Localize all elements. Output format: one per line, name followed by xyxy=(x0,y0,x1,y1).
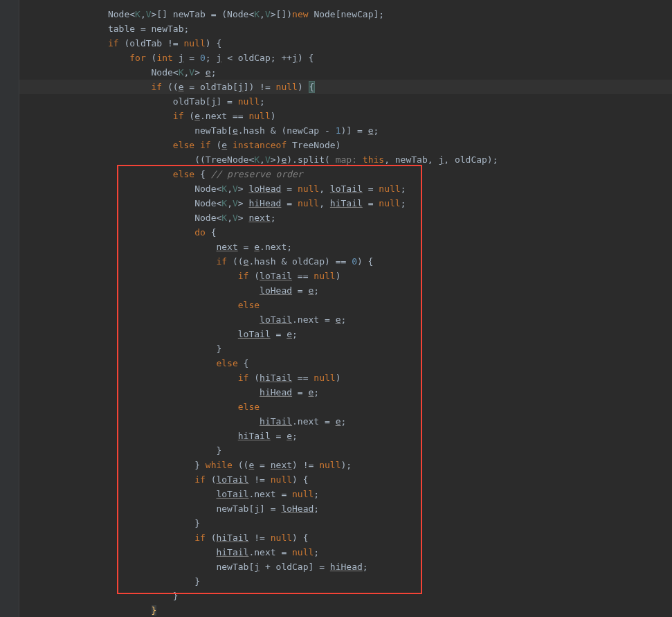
code-line[interactable]: else xyxy=(19,298,672,312)
code-token: ; xyxy=(292,329,298,339)
code-token: j xyxy=(254,503,260,514)
code-line[interactable]: } xyxy=(19,443,672,458)
code-line[interactable]: if (e.next == null) xyxy=(19,109,672,123)
code-line[interactable]: Node<K,V> hiHead = null, hiTail = null; xyxy=(19,196,672,211)
code-token: Node xyxy=(194,198,216,208)
code-line[interactable]: if ((e = oldTab[j]) != null) { xyxy=(19,80,672,94)
code-line[interactable]: if (hiTail == null) xyxy=(19,370,672,385)
code-line[interactable]: newTab[e.hash & (newCap - 1)] = e; xyxy=(19,123,672,138)
code-line[interactable]: if (hiTail != null) { xyxy=(19,530,672,545)
code-token: > xyxy=(238,184,249,194)
code-token: Node xyxy=(108,9,129,19)
code-token: e xyxy=(287,329,292,339)
code-line[interactable]: else if (e instanceof TreeNode) xyxy=(19,138,672,152)
code-line[interactable]: hiTail.next = null; xyxy=(19,545,672,560)
code-line[interactable]: Node<K,V> loHead = null, loTail = null; xyxy=(19,181,672,196)
code-line[interactable]: else { // preserve order xyxy=(19,167,672,181)
code-token: null xyxy=(379,184,400,194)
code-line[interactable]: do { xyxy=(19,225,672,240)
code-token: e xyxy=(233,125,238,136)
code-token: == xyxy=(292,271,314,281)
code-line[interactable]: } xyxy=(19,603,672,617)
code-token: loTail xyxy=(330,184,363,194)
code-token: if xyxy=(108,38,124,48)
code-token: new xyxy=(292,9,314,19)
code-token: hiTail xyxy=(238,431,271,441)
code-token: map: xyxy=(330,154,363,165)
code-line[interactable]: hiTail = e; xyxy=(19,429,672,443)
code-line[interactable]: if (oldTab != null) { xyxy=(19,36,672,51)
code-line[interactable]: next = e.next; xyxy=(19,240,672,254)
code-token: ; xyxy=(341,314,347,325)
code-token: if xyxy=(194,474,210,485)
code-token: next xyxy=(216,242,237,252)
code-token: = xyxy=(238,242,254,252)
code-line[interactable]: else { xyxy=(19,356,672,370)
code-line[interactable]: loTail.next = null; xyxy=(19,487,672,501)
code-token: ; xyxy=(373,125,379,136)
code-token: > xyxy=(238,198,249,208)
code-token: > xyxy=(238,213,249,223)
code-token: ( xyxy=(189,111,194,121)
code-token: if xyxy=(173,111,189,121)
code-line[interactable]: Node<K,V> next; xyxy=(19,211,672,225)
code-token: hiHead xyxy=(248,198,281,208)
code-line[interactable]: newTab[j] = loHead; xyxy=(19,501,672,516)
code-token: j xyxy=(292,53,298,63)
code-token: } xyxy=(173,591,179,601)
code-line[interactable]: } xyxy=(19,516,672,530)
code-line[interactable]: loTail = e; xyxy=(19,327,672,341)
code-token: hiTail xyxy=(260,416,292,427)
code-token: + oldCap] = xyxy=(260,562,330,572)
code-line[interactable]: ((TreeNode<K,V>)e).split( map: this, new… xyxy=(19,152,672,167)
code-token: ; xyxy=(314,285,319,296)
code-token: V xyxy=(189,67,194,78)
code-line[interactable]: hiTail.next = e; xyxy=(19,414,672,429)
code-token: ; xyxy=(314,489,319,499)
code-token: null xyxy=(292,547,314,557)
code-line[interactable]: } xyxy=(19,589,672,603)
code-line[interactable]: Node<K,V> e; xyxy=(19,65,672,80)
code-token: newTab[ xyxy=(216,562,254,572)
code-token xyxy=(227,140,233,150)
code-line[interactable]: for (int j = 0; j < oldCap; ++j) { xyxy=(19,51,672,65)
code-line[interactable]: newTab[j + oldCap] = hiHead; xyxy=(19,560,672,574)
code-token: K xyxy=(254,154,260,165)
code-line[interactable]: table = newTab; xyxy=(19,21,672,36)
code-token: null xyxy=(319,460,340,470)
code-token: { xyxy=(211,227,217,238)
code-token: K xyxy=(254,9,260,19)
code-token: while xyxy=(206,460,238,470)
code-token: this xyxy=(363,154,384,165)
code-line[interactable]: loTail.next = e; xyxy=(19,312,672,327)
code-token: if xyxy=(152,82,167,92)
code-line[interactable]: Node<K,V>[] newTab = (Node<K,V>[])new No… xyxy=(19,7,672,21)
code-token: .next = xyxy=(248,489,292,499)
code-line[interactable]: } while ((e = next) != null); xyxy=(19,458,672,472)
code-token: e xyxy=(206,67,211,78)
code-token: ) xyxy=(298,82,309,92)
code-token: null xyxy=(314,271,335,281)
code-token: null xyxy=(271,533,292,543)
code-line[interactable]: } xyxy=(19,574,672,589)
code-line[interactable]: hiHead = e; xyxy=(19,385,672,400)
code-line[interactable]: if ((e.hash & oldCap) == 0) { xyxy=(19,254,672,269)
code-editor[interactable]: Node<K,V>[] newTab = (Node<K,V>[])new No… xyxy=(19,0,672,617)
code-line[interactable]: else xyxy=(19,400,672,414)
code-line[interactable]: } xyxy=(19,341,672,356)
code-line[interactable]: if (loTail == null) xyxy=(19,269,672,283)
code-token: K xyxy=(135,9,140,19)
code-token: .hash & oldCap) == xyxy=(248,256,352,267)
code-token: Node xyxy=(194,213,216,223)
code-token: = xyxy=(254,460,270,470)
code-line[interactable]: if (loTail != null) { xyxy=(19,472,672,487)
code-token: { xyxy=(200,169,211,179)
code-token: = xyxy=(271,431,287,441)
code-token: K xyxy=(221,184,227,194)
code-line[interactable]: oldTab[j] = null; xyxy=(19,94,672,109)
code-token: , xyxy=(227,198,233,208)
code-token: newTab[ xyxy=(194,125,233,136)
code-line[interactable]: loHead = e; xyxy=(19,283,672,298)
code-token: e xyxy=(194,111,200,121)
code-token: .next == xyxy=(200,111,248,121)
